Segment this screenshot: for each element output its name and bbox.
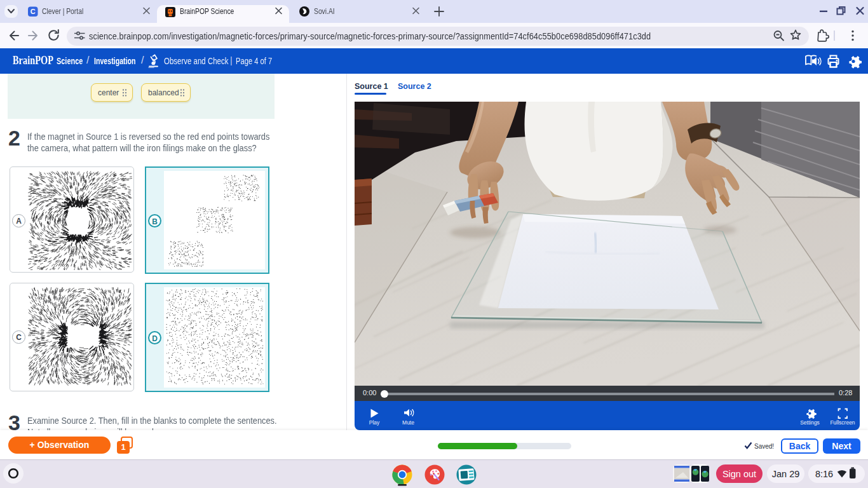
svg-text:C: C: [31, 8, 36, 15]
svg-text:Fullscreen: Fullscreen: [830, 419, 855, 426]
svg-text:8:16: 8:16: [815, 469, 833, 479]
svg-text:Play: Play: [369, 419, 380, 426]
svg-text:Mute: Mute: [402, 419, 414, 426]
svg-text:Jan 29: Jan 29: [772, 469, 800, 479]
svg-text:Settings: Settings: [800, 419, 820, 426]
svg-text:Sign out: Sign out: [722, 469, 756, 479]
